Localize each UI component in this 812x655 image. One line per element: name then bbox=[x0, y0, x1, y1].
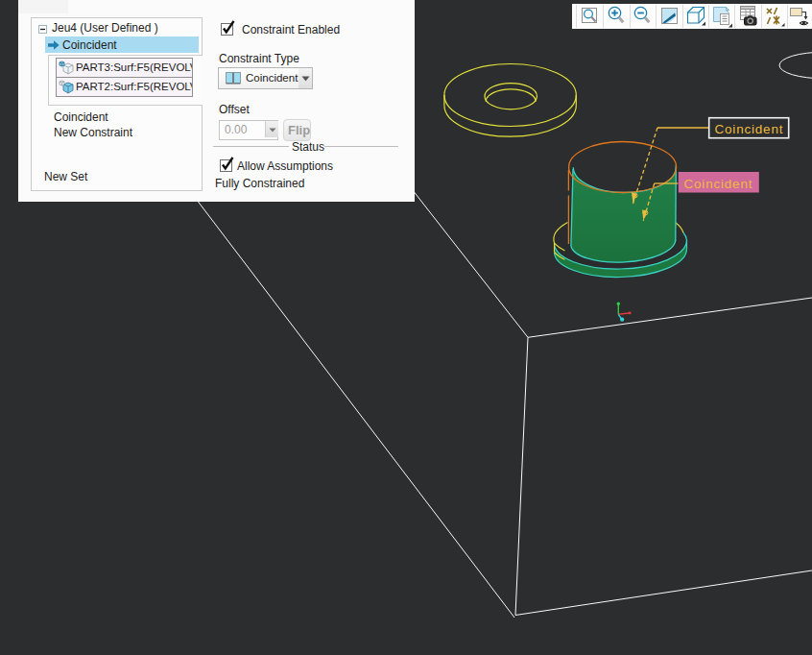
svg-text:Coincident: Coincident bbox=[684, 177, 753, 191]
svg-text:Coincident: Coincident bbox=[715, 122, 784, 136]
